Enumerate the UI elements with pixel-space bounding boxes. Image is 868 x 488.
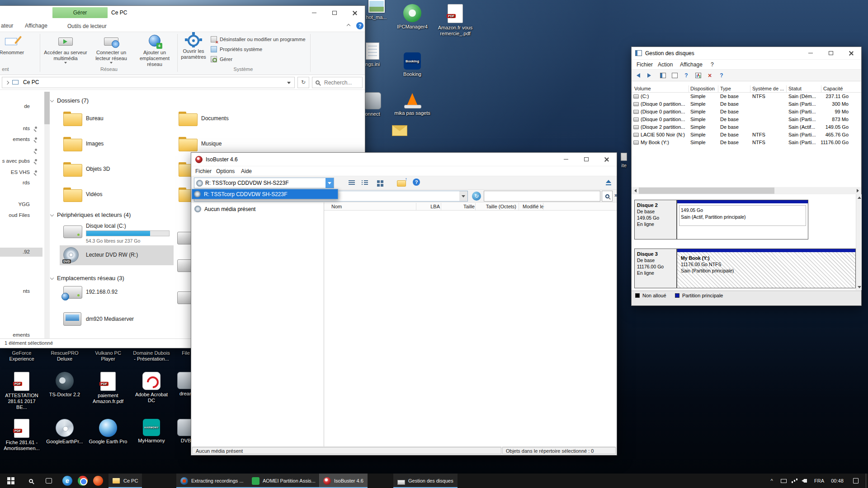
- menu-options[interactable]: Options: [216, 168, 235, 174]
- taskbar-search-button[interactable]: [22, 474, 40, 488]
- drive-combo-arrow[interactable]: [326, 178, 334, 188]
- view-list-icon[interactable]: [346, 177, 357, 188]
- desktop-icon-booking[interactable]: Booking Booking: [394, 52, 430, 77]
- map-network-drive-button[interactable]: Connecter un lecteur réseau: [90, 33, 132, 68]
- pinned-chrome-button[interactable]: [75, 474, 90, 488]
- media-server-tile[interactable]: dm920 Mediaserver: [60, 310, 174, 329]
- maximize-button[interactable]: [324, 6, 344, 20]
- more-icon[interactable]: »: [614, 192, 618, 198]
- menu-fichier[interactable]: Fichier: [637, 61, 653, 68]
- chart-icon[interactable]: [694, 72, 702, 79]
- minimize-button[interactable]: [800, 47, 821, 59]
- network-drive-tile[interactable]: 192.168.0.92: [60, 282, 174, 302]
- desktop-icon-paiement[interactable]: PDF paiement Amazon.fr.pdf: [88, 372, 128, 404]
- pinned-edge-button[interactable]: e: [60, 474, 75, 488]
- taskbar-app-diskmgmt[interactable]: Gestion des disques: [393, 474, 458, 488]
- drive-c-tile[interactable]: Disque local (C:) 54.3 Go libres sur 237…: [60, 222, 174, 247]
- nav-scrollbar-thumb[interactable]: [44, 92, 50, 124]
- volume-row[interactable]: (C:)SimpleDe baseNTFSSain (Dém...237.11 …: [632, 93, 861, 100]
- search-input[interactable]: Recherch...: [312, 77, 363, 88]
- menu-affichage[interactable]: Affichage: [680, 61, 703, 68]
- col-fs[interactable]: Système de ...: [752, 86, 784, 91]
- find-input[interactable]: [484, 191, 600, 202]
- tab-view[interactable]: Affichage: [25, 23, 47, 29]
- col-nom[interactable]: Nom: [331, 204, 342, 209]
- nav-scrollbar-track[interactable]: [44, 92, 50, 338]
- uninstall-program-button[interactable]: Désinstaller ou modifier un programme: [211, 36, 306, 42]
- desktop-icon-mika[interactable]: mika pas sagets: [392, 92, 433, 116]
- horizontal-scrollbar[interactable]: [632, 187, 861, 194]
- add-network-location-button[interactable]: Ajouter un emplacement réseau: [134, 33, 175, 68]
- col-statut[interactable]: Statut: [788, 86, 802, 91]
- col-lba[interactable]: LBA: [418, 204, 440, 209]
- media-server-button[interactable]: Accéder au serveur multimédia: [42, 33, 89, 68]
- tray-volume-icon[interactable]: [800, 474, 810, 488]
- maximize-button[interactable]: [576, 153, 596, 166]
- folder-tile-musique[interactable]: Musique: [175, 134, 289, 154]
- console-tree-icon[interactable]: [659, 72, 667, 79]
- tree-item-no-media[interactable]: Aucun média présent: [204, 206, 255, 212]
- menu-action[interactable]: Action: [658, 61, 673, 68]
- disk3-header-box[interactable]: Disque 3 De base 11176.00 Go En ligne: [634, 249, 677, 288]
- tray-expand-button[interactable]: ^: [767, 474, 777, 488]
- open-settings-button[interactable]: Ouvrir les paramètres: [180, 33, 207, 68]
- tray-display-icon[interactable]: [778, 474, 788, 488]
- col-modifie-le[interactable]: Modifié le: [523, 204, 544, 209]
- scrollbar-thumb[interactable]: [639, 188, 774, 194]
- taskbar-app-isobuster[interactable]: IsoBuster 4.6: [319, 474, 368, 488]
- col-type[interactable]: Type: [720, 86, 731, 91]
- refresh-icon[interactable]: ↻: [472, 192, 481, 201]
- volume-row[interactable]: My Book (Y:)SimpleDe baseNTFSSain (Parti…: [632, 139, 861, 146]
- volume-row[interactable]: (Disque 0 partition...SimpleDe baseSain …: [632, 108, 861, 116]
- nav-item[interactable]: s avec pubs: [2, 158, 30, 164]
- desktop-icon-googleearth[interactable]: Google Earth Pro: [88, 419, 128, 445]
- section-devices[interactable]: Périphériques et lecteurs (4): [51, 211, 131, 218]
- col-volume[interactable]: Volume: [634, 86, 651, 91]
- scroll-up-icon[interactable]: [856, 194, 862, 201]
- path-combo-arrow[interactable]: [459, 191, 467, 201]
- start-button[interactable]: [0, 474, 22, 488]
- scroll-left-icon[interactable]: [632, 187, 639, 194]
- tray-network-icon[interactable]: [789, 474, 799, 488]
- help-icon[interactable]: ?: [356, 22, 363, 29]
- view-thumbnails-icon[interactable]: [374, 177, 385, 188]
- desktop-icon-tsdoctor[interactable]: TS-Doctor 2.2: [45, 372, 85, 398]
- manage-contextual-tab[interactable]: Gérer: [52, 7, 108, 18]
- tray-language[interactable]: FRA: [812, 474, 826, 488]
- menu-fichier[interactable]: Fichier: [195, 168, 212, 174]
- scroll-down-icon[interactable]: [856, 284, 862, 290]
- taskbar-app-extracting[interactable]: Extracting recordings ...: [176, 474, 248, 488]
- isobuster-tree-pane[interactable]: Aucun média présent: [191, 202, 324, 446]
- nav-item[interactable]: nts: [23, 126, 30, 131]
- section-network[interactable]: Emplacements réseau (3): [51, 275, 124, 282]
- nav-item[interactable]: YGG: [18, 202, 30, 207]
- folder-tile-videos[interactable]: Vidéos: [60, 185, 174, 205]
- vertical-scrollbar[interactable]: [856, 194, 862, 290]
- volume-row[interactable]: (Disque 0 partition...SimpleDe baseSain …: [632, 116, 861, 123]
- desktop-icon-googleearth-installer[interactable]: GoogleEarthPr...: [45, 419, 85, 445]
- nav-item[interactable]: ES VHS: [11, 169, 30, 175]
- task-view-button[interactable]: [40, 474, 58, 488]
- desktop-icon-ipcmanager[interactable]: IPCManager4: [394, 4, 430, 30]
- nav-item[interactable]: oud Files: [9, 212, 30, 218]
- address-input[interactable]: Ce PC: [2, 77, 295, 88]
- taskbar-app-explorer[interactable]: Ce PC: [108, 474, 142, 488]
- rename-button[interactable]: Renommer: [0, 33, 30, 68]
- section-folders[interactable]: Dossiers (7): [51, 97, 89, 104]
- volume-row[interactable]: (Disque 2 partition...SimpleDe baseSain …: [632, 123, 861, 131]
- nav-item[interactable]: .92: [23, 249, 30, 254]
- desktop-icon-attestation[interactable]: PDF ATTESTATION 281.61 2017 BE...: [2, 372, 42, 410]
- isobuster-file-list[interactable]: Nom LBA Taille Taille (Octets) Modifié l…: [324, 202, 617, 446]
- col-disposition[interactable]: Disposition: [690, 86, 715, 91]
- desktop-icon-amazon-pdf[interactable]: PDF Amazon.fr vous remercie_.pdf: [435, 4, 476, 37]
- folder-tile-objets3d[interactable]: Objets 3D: [60, 160, 174, 179]
- tab-drive-tools[interactable]: Outils de lecteur: [67, 23, 107, 29]
- nav-item[interactable]: ements: [13, 332, 30, 338]
- properties-icon[interactable]: [670, 72, 679, 79]
- system-properties-button[interactable]: Propriétés système: [211, 46, 262, 52]
- drive-combo[interactable]: R: TSSTcorp CDDVDW SH-S223F: [194, 178, 334, 188]
- minimize-button[interactable]: [556, 153, 576, 166]
- delete-icon[interactable]: ×: [706, 72, 714, 79]
- forward-icon[interactable]: [645, 72, 653, 79]
- folder-tile-bureau[interactable]: Bureau: [60, 109, 174, 129]
